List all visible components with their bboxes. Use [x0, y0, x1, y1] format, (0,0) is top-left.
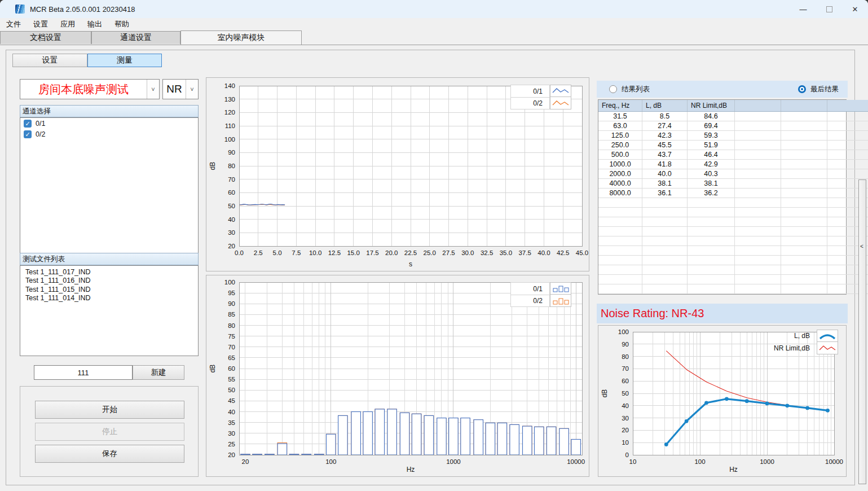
maximize-button[interactable] [816, 0, 842, 18]
svg-text:dB: dB [209, 365, 217, 373]
table-row[interactable]: 31.58.584.6 [598, 112, 868, 121]
table-cell [827, 121, 868, 131]
table-row[interactable]: 63.027.469.4 [598, 121, 868, 131]
test-name-input[interactable] [34, 365, 133, 380]
channel-item-0/1[interactable]: ✓0/1 [20, 118, 198, 129]
menu-item-1[interactable]: 设置 [27, 18, 54, 30]
svg-text:45.0: 45.0 [576, 249, 588, 256]
table-cell [781, 141, 827, 150]
table-cell [827, 131, 868, 141]
table-cell [735, 131, 781, 141]
chevron-left-icon: < [860, 243, 863, 249]
svg-text:90: 90 [228, 149, 235, 156]
tab-document-settings[interactable]: 文档设置 [0, 31, 91, 44]
table-cell: 43.7 [642, 150, 688, 160]
table-row-empty [598, 236, 868, 246]
table-cell: 42.9 [688, 160, 735, 169]
table-row[interactable]: 4000.038.138.1 [598, 179, 868, 188]
table-cell: 27.4 [642, 121, 688, 131]
svg-text:70: 70 [622, 365, 629, 372]
tab-channel-settings[interactable]: 通道设置 [91, 31, 180, 44]
subtab-settings[interactable]: 设置 [12, 54, 87, 67]
table-cell: 63.0 [598, 121, 642, 131]
radio-last-result[interactable]: 最后结果 [798, 85, 839, 94]
table-cell [735, 141, 781, 150]
test-file-item-3[interactable]: Test 1_111_014_IND [20, 294, 198, 303]
svg-text:1000: 1000 [760, 458, 774, 465]
menu-bar: 文件设置应用输出帮助 [0, 18, 868, 30]
svg-text:40.0: 40.0 [537, 249, 550, 256]
menu-item-4[interactable]: 帮助 [108, 18, 135, 30]
table-cell: 38.1 [688, 179, 735, 188]
table-row[interactable]: 8000.036.136.2 [598, 188, 868, 198]
menu-item-0[interactable]: 文件 [0, 18, 27, 30]
test-file-item-1[interactable]: Test 1_111_016_IND [20, 277, 198, 285]
table-cell: 40.0 [642, 169, 688, 179]
new-button[interactable]: 新建 [133, 365, 184, 380]
table-row[interactable]: 500.043.746.4 [598, 150, 868, 160]
table-cell: 500.0 [598, 150, 642, 160]
stop-button[interactable]: 停止 [35, 423, 184, 441]
table-cell: 4000.0 [598, 179, 642, 188]
table-cell [735, 169, 781, 179]
table-row[interactable]: 1000.041.842.9 [598, 160, 868, 169]
test-type-dropdown[interactable]: 房间本底噪声测试 ˅ [20, 79, 160, 99]
checkbox-checked-icon[interactable]: ✓ [24, 130, 32, 138]
svg-text:35: 35 [228, 419, 235, 426]
test-file-item-2[interactable]: Test 1_111_015_IND [20, 286, 198, 294]
table-cell: 42.3 [642, 131, 688, 141]
svg-text:0: 0 [625, 451, 629, 458]
svg-text:90: 90 [622, 341, 629, 348]
table-row[interactable]: 2000.040.040.3 [598, 169, 868, 179]
table-row-empty [598, 217, 868, 227]
table-cell: 40.3 [688, 169, 735, 179]
app-window: MCR Beta 2.05.0.001 20230418 — ✕ 文件设置应用输… [0, 0, 868, 491]
svg-text:Hz: Hz [729, 466, 738, 474]
radio-result-list[interactable]: 结果列表 [609, 85, 650, 94]
rating-type-dropdown[interactable]: NR ˅ [162, 79, 199, 99]
table-row[interactable]: 250.045.551.9 [598, 141, 868, 150]
results-table: Freq., HzL, dBNR Limit,dB 31.58.584.663.… [598, 100, 868, 294]
svg-text:37.5: 37.5 [518, 249, 531, 256]
checkbox-checked-icon[interactable]: ✓ [24, 120, 32, 128]
svg-text:20: 20 [228, 243, 235, 249]
svg-text:5.0: 5.0 [273, 249, 282, 256]
minimize-button[interactable]: — [790, 0, 816, 18]
side-panel-collapse-bar[interactable]: < [858, 179, 866, 484]
results-table-header-5 [827, 100, 868, 112]
svg-text:85: 85 [228, 311, 235, 318]
close-button[interactable]: ✕ [842, 0, 868, 18]
test-file-item-0[interactable]: Test 1_111_017_IND [20, 268, 198, 277]
table-cell: 38.1 [642, 179, 688, 188]
table-cell [781, 179, 827, 188]
table-cell [827, 141, 868, 150]
table-cell [781, 188, 827, 198]
channel-item-0/2[interactable]: ✓0/2 [20, 129, 198, 139]
table-cell: 31.5 [598, 112, 642, 121]
menu-item-2[interactable]: 应用 [54, 18, 81, 30]
svg-text:140: 140 [224, 82, 235, 89]
table-cell [827, 150, 868, 160]
noise-rating-banner: Noise Rating: NR-43 [597, 304, 848, 323]
title-bar: MCR Beta 2.05.0.001 20230418 — ✕ [0, 0, 868, 18]
channel-label: 0/1 [36, 120, 45, 128]
start-button[interactable]: 开始 [35, 401, 184, 419]
table-cell [827, 169, 868, 179]
tab-indoor-noise-module[interactable]: 室内噪声模块 [180, 30, 302, 45]
channel-list: ✓0/1✓0/2 [20, 117, 199, 253]
table-row[interactable]: 125.042.359.3 [598, 131, 868, 141]
table-cell [781, 131, 827, 141]
svg-text:50: 50 [228, 203, 235, 209]
table-cell [781, 169, 827, 179]
save-button[interactable]: 保存 [35, 445, 184, 463]
chevron-down-icon: ˅ [147, 80, 159, 99]
table-cell [735, 188, 781, 198]
svg-text:10: 10 [629, 458, 637, 465]
table-cell [735, 150, 781, 160]
table-cell: 36.2 [688, 188, 735, 198]
subtab-measure[interactable]: 测量 [87, 54, 162, 67]
svg-text:1000: 1000 [446, 458, 461, 465]
svg-text:40: 40 [228, 409, 235, 415]
menu-item-3[interactable]: 输出 [81, 18, 108, 30]
table-row-empty [598, 198, 868, 208]
